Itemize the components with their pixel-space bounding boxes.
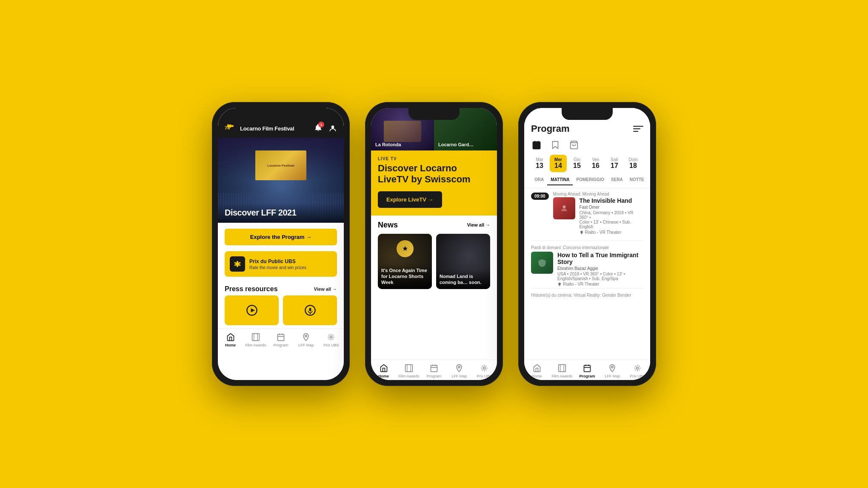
svg-point-22 [330, 336, 332, 338]
event-location-2: Rialto - VR Theater [557, 282, 643, 287]
phones-container: 74 Locarno Film Festival 1 [212, 102, 656, 386]
phone-3-screen: Program [524, 108, 650, 380]
mic-icon [304, 304, 316, 316]
promo-title: Prix du Public UBS [249, 258, 306, 264]
p1-promo-card[interactable]: Prix du Public UBS Rate the movie and wi… [225, 251, 337, 277]
nav-prix[interactable]: Prix UBS [319, 332, 344, 347]
nav-film-awards[interactable]: Film Awards [243, 332, 268, 347]
press-view-all[interactable]: View all → [314, 287, 337, 292]
phone-1-screen: 74 Locarno Film Festival 1 [218, 108, 344, 380]
event-info-1: The Invisible Hand Fast Omer China, Germ… [580, 197, 643, 235]
p1-bottom-nav: Home Film Awards Program [218, 329, 344, 349]
play-icon [246, 304, 258, 316]
bookmark-icon [551, 140, 560, 150]
svg-point-45 [611, 366, 613, 368]
ubs-icon [230, 256, 245, 272]
news-view-all[interactable]: View all → [467, 222, 490, 227]
svg-point-30 [458, 366, 460, 368]
svg-point-46 [637, 367, 639, 369]
nav-home[interactable]: Home [218, 332, 243, 347]
event-meta-2: USA • 2018 • VR 360° • Color • 13' •Engl… [557, 272, 643, 281]
calendar-icon [276, 332, 286, 342]
home2-icon [379, 363, 388, 373]
svg-point-2 [235, 262, 239, 266]
p3-divider-1 [531, 241, 643, 241]
p3-day-mer[interactable]: Mer 14 [550, 155, 567, 172]
nav3-map[interactable]: LFF Map [600, 363, 625, 378]
p3-cart-tab[interactable] [568, 139, 580, 150]
p3-event-row-1[interactable]: The Invisible Hand Fast Omer China, Germ… [553, 197, 643, 235]
event-thumb-1 [553, 197, 575, 219]
nav3-program[interactable]: Program [574, 363, 600, 378]
news-card-2-overlay: Nomad Land is coming ba… soon. [436, 270, 490, 289]
p3-schedule: 09:00 Moving Ahead: Moving Ahead [524, 188, 650, 360]
press-section-title: Press resources [225, 285, 278, 293]
svg-rect-14 [252, 334, 259, 341]
nav-map[interactable]: LFF Map [294, 332, 319, 347]
p3-tab-notte[interactable]: NOTTE [626, 176, 648, 185]
svg-point-37 [562, 205, 565, 208]
nav3-map-label: LFF Map [605, 374, 620, 378]
nav2-home[interactable]: Home [371, 363, 396, 378]
nav2-map[interactable]: LFF Map [447, 363, 472, 378]
p3-time-tabs: ORA MATTINA POMERIGGIO SERA NOTTE [524, 175, 650, 188]
p1-hero-overlay: Discover LFF 2021 [218, 203, 344, 223]
event-title-1: The Invisible Hand [580, 197, 643, 204]
time-badge-0900: 09:00 [531, 193, 549, 200]
p3-tab-ora[interactable]: ORA [531, 176, 547, 185]
festival-screen-text: Locarno Festival [267, 164, 294, 167]
svg-point-7 [234, 264, 236, 266]
svg-rect-41 [584, 365, 591, 372]
svg-point-4 [239, 262, 241, 264]
nav-home-label: Home [225, 343, 236, 347]
p3-day-ven[interactable]: Ven 16 [587, 155, 604, 172]
nav2-film[interactable]: Film Awards [396, 363, 421, 378]
p3-slot-0900: 09:00 Moving Ahead: Moving Ahead [531, 192, 643, 235]
p1-hero: Locarno Festival Discover LFF 2021 [218, 138, 344, 223]
event-info-2: How to Tell a True Immigrant Story Ebrah… [557, 252, 643, 287]
nav2-program[interactable]: Program [421, 363, 446, 378]
nav3-home[interactable]: Home [524, 363, 549, 378]
event-location-1: Rialto - VR Theater [580, 230, 643, 235]
live-badge: LIVE TV [378, 156, 490, 161]
press-card-video[interactable] [225, 295, 279, 325]
news-card-1[interactable]: ★ It's Once Again Time for Locarno Short… [378, 234, 432, 289]
p3-tab-pomeriggio[interactable]: POMERIGGIO [573, 176, 608, 185]
p3-day-gio[interactable]: Gio 15 [568, 155, 585, 172]
p3-event-row-2[interactable]: How to Tell a True Immigrant Story Ebrah… [531, 252, 643, 287]
user-icon[interactable] [328, 124, 337, 133]
p1-logo: 74 Locarno Film Festival [225, 124, 294, 133]
p3-day-sab[interactable]: Sab 17 [606, 155, 623, 172]
p3-tab-mattina[interactable]: MATTINA [547, 176, 573, 185]
svg-rect-26 [431, 365, 437, 372]
p3-days: Mar 13 Mer 14 Gio 15 Ven 16 [524, 154, 650, 175]
nav-film-label: Film Awards [245, 343, 266, 347]
explore-livetv-button[interactable]: Explore LiveTV → [378, 191, 442, 208]
news-card-2[interactable]: Nomad Land is coming ba… soon. [436, 234, 490, 289]
filter-icon[interactable] [633, 124, 643, 134]
explore-program-button[interactable]: Explore the Program → [225, 229, 337, 245]
ubs2-nav-icon [480, 363, 489, 373]
phone-3: Program [518, 102, 656, 386]
map-icon [301, 332, 311, 342]
p3-tab-sera[interactable]: SERA [608, 176, 626, 185]
p3-calendar-tab[interactable] [531, 139, 542, 150]
p3-day-mar[interactable]: Mar 13 [531, 155, 548, 172]
nav3-prix[interactable]: Prix UBS [625, 363, 650, 378]
calendar3-icon [532, 140, 541, 150]
nav-program[interactable]: Program [268, 332, 293, 347]
home-icon [226, 332, 235, 342]
svg-point-8 [237, 266, 238, 267]
svg-point-1 [331, 125, 334, 128]
p3-bookmark-tab[interactable] [550, 139, 561, 150]
lff-logo-icon: 74 [225, 124, 237, 133]
press-card-audio[interactable] [283, 295, 337, 325]
bell-wrap[interactable]: 1 [314, 123, 323, 133]
event-label-1: Moving Ahead: Moving Ahead [553, 192, 643, 196]
event-label-2: Pardi di domani: Concorso internazionale [531, 245, 643, 250]
p1-cta-area: Explore the Program → [218, 223, 344, 251]
p2-news-cards: ★ It's Once Again Time for Locarno Short… [378, 234, 490, 289]
p3-day-dom[interactable]: Dom 18 [625, 155, 642, 172]
nav3-film[interactable]: Film Awards [549, 363, 574, 378]
nav2-prix[interactable]: Prix UBS [472, 363, 497, 378]
